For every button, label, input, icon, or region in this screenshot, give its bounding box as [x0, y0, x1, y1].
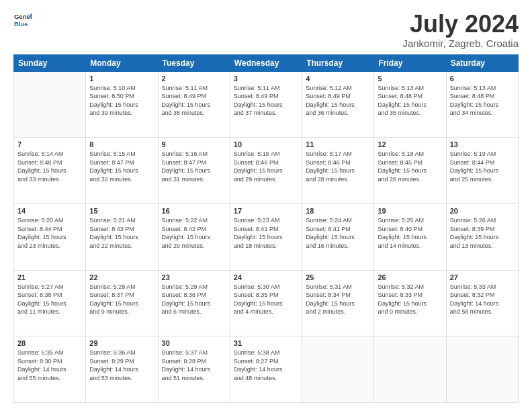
day-number: 24: [234, 273, 298, 281]
day-number: 27: [450, 273, 515, 281]
day-number: 5: [378, 75, 442, 83]
table-row: [302, 336, 374, 403]
table-row: 18Sunrise: 5:24 AMSunset: 8:41 PMDayligh…: [302, 203, 374, 270]
day-number: 30: [162, 339, 226, 347]
day-info: Sunrise: 5:13 AMSunset: 8:48 PMDaylight:…: [378, 84, 442, 118]
table-row: 5Sunrise: 5:13 AMSunset: 8:48 PMDaylight…: [374, 71, 446, 138]
day-number: 14: [17, 207, 82, 215]
day-info: Sunrise: 5:38 AMSunset: 8:27 PMDaylight:…: [234, 349, 298, 382]
table-row: 21Sunrise: 5:27 AMSunset: 8:38 PMDayligh…: [14, 270, 86, 336]
day-info: Sunrise: 5:14 AMSunset: 8:48 PMDaylight:…: [17, 150, 82, 183]
calendar-header-row: Sunday Monday Tuesday Wednesday Thursday…: [14, 54, 519, 71]
subtitle: Jankomir, Zagreb, Croatia: [402, 38, 519, 49]
table-row: 7Sunrise: 5:14 AMSunset: 8:48 PMDaylight…: [14, 138, 86, 204]
day-info: Sunrise: 5:15 AMSunset: 8:47 PMDaylight:…: [89, 150, 154, 183]
table-row: 26Sunrise: 5:32 AMSunset: 8:33 PMDayligh…: [374, 270, 446, 336]
day-info: Sunrise: 5:33 AMSunset: 8:32 PMDaylight:…: [450, 283, 515, 316]
calendar-week-row: 14Sunrise: 5:20 AMSunset: 8:44 PMDayligh…: [14, 203, 519, 270]
col-tuesday: Tuesday: [158, 54, 230, 71]
day-info: Sunrise: 5:31 AMSunset: 8:34 PMDaylight:…: [306, 283, 370, 316]
page: General Blue July 2024 Jankomir, Zagreb,…: [0, 0, 532, 411]
table-row: 3Sunrise: 5:11 AMSunset: 8:49 PMDaylight…: [230, 71, 302, 138]
col-friday: Friday: [374, 54, 446, 71]
day-info: Sunrise: 5:17 AMSunset: 8:46 PMDaylight:…: [306, 150, 370, 183]
table-row: 12Sunrise: 5:18 AMSunset: 8:45 PMDayligh…: [374, 138, 446, 204]
day-number: 25: [306, 273, 370, 281]
day-info: Sunrise: 5:37 AMSunset: 8:28 PMDaylight:…: [162, 349, 226, 382]
calendar-week-row: 28Sunrise: 5:35 AMSunset: 8:30 PMDayligh…: [14, 336, 519, 403]
table-row: 24Sunrise: 5:30 AMSunset: 8:35 PMDayligh…: [230, 270, 302, 336]
day-number: 3: [234, 75, 298, 83]
day-number: 23: [162, 273, 226, 281]
day-info: Sunrise: 5:13 AMSunset: 8:48 PMDaylight:…: [450, 84, 515, 118]
calendar-week-row: 7Sunrise: 5:14 AMSunset: 8:48 PMDaylight…: [14, 138, 519, 204]
day-number: 15: [89, 207, 154, 215]
day-info: Sunrise: 5:22 AMSunset: 8:42 PMDaylight:…: [162, 216, 226, 250]
day-number: 11: [306, 140, 370, 148]
day-number: 21: [17, 273, 82, 281]
table-row: 4Sunrise: 5:12 AMSunset: 8:49 PMDaylight…: [302, 71, 374, 138]
day-info: Sunrise: 5:12 AMSunset: 8:49 PMDaylight:…: [306, 84, 370, 118]
day-info: Sunrise: 5:11 AMSunset: 8:49 PMDaylight:…: [162, 84, 226, 118]
day-info: Sunrise: 5:11 AMSunset: 8:49 PMDaylight:…: [234, 84, 298, 118]
table-row: 25Sunrise: 5:31 AMSunset: 8:34 PMDayligh…: [302, 270, 374, 336]
table-row: 30Sunrise: 5:37 AMSunset: 8:28 PMDayligh…: [158, 336, 230, 403]
table-row: 29Sunrise: 5:36 AMSunset: 8:29 PMDayligh…: [86, 336, 158, 403]
day-info: Sunrise: 5:35 AMSunset: 8:30 PMDaylight:…: [17, 349, 82, 382]
table-row: 10Sunrise: 5:16 AMSunset: 8:46 PMDayligh…: [230, 138, 302, 204]
day-number: 6: [450, 75, 515, 83]
day-number: 13: [450, 140, 515, 148]
table-row: 28Sunrise: 5:35 AMSunset: 8:30 PMDayligh…: [14, 336, 86, 403]
day-info: Sunrise: 5:24 AMSunset: 8:41 PMDaylight:…: [306, 216, 370, 250]
header: General Blue July 2024 Jankomir, Zagreb,…: [13, 11, 519, 49]
table-row: [374, 336, 446, 403]
table-row: [14, 71, 86, 138]
day-number: 4: [306, 75, 370, 83]
main-title: July 2024: [402, 11, 519, 38]
logo: General Blue: [13, 11, 32, 30]
day-info: Sunrise: 5:20 AMSunset: 8:44 PMDaylight:…: [17, 216, 82, 250]
day-number: 9: [162, 140, 226, 148]
calendar-week-row: 1Sunrise: 5:10 AMSunset: 8:50 PMDaylight…: [14, 71, 519, 138]
day-info: Sunrise: 5:30 AMSunset: 8:35 PMDaylight:…: [234, 283, 298, 316]
calendar-week-row: 21Sunrise: 5:27 AMSunset: 8:38 PMDayligh…: [14, 270, 519, 336]
col-sunday: Sunday: [14, 54, 86, 71]
table-row: 23Sunrise: 5:29 AMSunset: 8:36 PMDayligh…: [158, 270, 230, 336]
day-info: Sunrise: 5:19 AMSunset: 8:44 PMDaylight:…: [450, 150, 515, 183]
day-number: 31: [234, 339, 298, 347]
day-info: Sunrise: 5:26 AMSunset: 8:39 PMDaylight:…: [450, 216, 515, 250]
day-info: Sunrise: 5:16 AMSunset: 8:46 PMDaylight:…: [234, 150, 298, 183]
table-row: 6Sunrise: 5:13 AMSunset: 8:48 PMDaylight…: [446, 71, 518, 138]
day-info: Sunrise: 5:25 AMSunset: 8:40 PMDaylight:…: [378, 216, 442, 250]
day-number: 17: [234, 207, 298, 215]
day-number: 10: [234, 140, 298, 148]
day-number: 26: [378, 273, 442, 281]
day-number: 29: [89, 339, 154, 347]
table-row: 13Sunrise: 5:19 AMSunset: 8:44 PMDayligh…: [446, 138, 518, 204]
day-info: Sunrise: 5:28 AMSunset: 8:37 PMDaylight:…: [89, 283, 154, 316]
table-row: 1Sunrise: 5:10 AMSunset: 8:50 PMDaylight…: [86, 71, 158, 138]
day-info: Sunrise: 5:16 AMSunset: 8:47 PMDaylight:…: [162, 150, 226, 183]
day-number: 16: [162, 207, 226, 215]
table-row: 11Sunrise: 5:17 AMSunset: 8:46 PMDayligh…: [302, 138, 374, 204]
day-info: Sunrise: 5:10 AMSunset: 8:50 PMDaylight:…: [89, 84, 154, 118]
calendar-table: Sunday Monday Tuesday Wednesday Thursday…: [13, 54, 519, 403]
table-row: 15Sunrise: 5:21 AMSunset: 8:43 PMDayligh…: [86, 203, 158, 270]
day-info: Sunrise: 5:23 AMSunset: 8:41 PMDaylight:…: [234, 216, 298, 250]
day-info: Sunrise: 5:27 AMSunset: 8:38 PMDaylight:…: [17, 283, 82, 316]
day-number: 2: [162, 75, 226, 83]
day-info: Sunrise: 5:29 AMSunset: 8:36 PMDaylight:…: [162, 283, 226, 316]
day-info: Sunrise: 5:32 AMSunset: 8:33 PMDaylight:…: [378, 283, 442, 316]
table-row: 8Sunrise: 5:15 AMSunset: 8:47 PMDaylight…: [86, 138, 158, 204]
day-info: Sunrise: 5:36 AMSunset: 8:29 PMDaylight:…: [89, 349, 154, 382]
day-number: 22: [89, 273, 154, 281]
table-row: 20Sunrise: 5:26 AMSunset: 8:39 PMDayligh…: [446, 203, 518, 270]
day-info: Sunrise: 5:21 AMSunset: 8:43 PMDaylight:…: [89, 216, 154, 250]
table-row: 9Sunrise: 5:16 AMSunset: 8:47 PMDaylight…: [158, 138, 230, 204]
day-number: 1: [89, 75, 154, 83]
table-row: [446, 336, 518, 403]
title-block: July 2024 Jankomir, Zagreb, Croatia: [402, 11, 519, 49]
day-number: 7: [17, 140, 82, 148]
day-number: 28: [17, 339, 82, 347]
table-row: 2Sunrise: 5:11 AMSunset: 8:49 PMDaylight…: [158, 71, 230, 138]
